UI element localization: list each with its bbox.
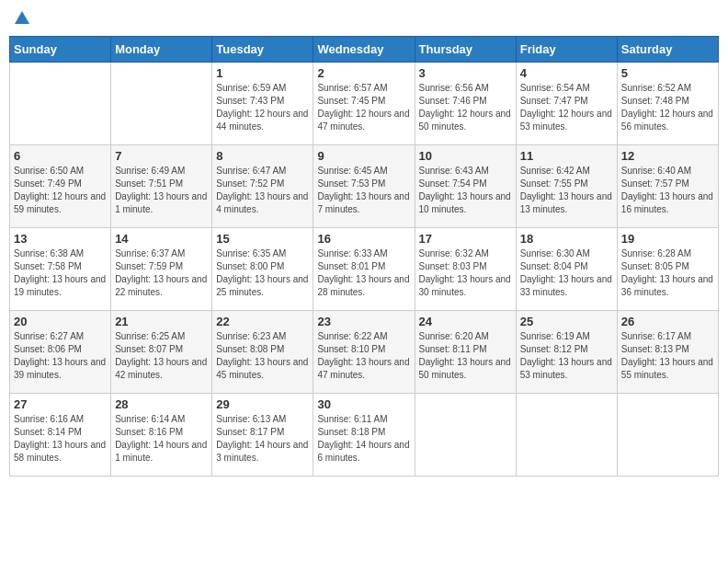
- day-info: Sunrise: 6:16 AM Sunset: 8:14 PM Dayligh…: [14, 413, 107, 465]
- week-row-2: 6Sunrise: 6:50 AM Sunset: 7:49 PM Daylig…: [10, 145, 719, 228]
- day-number: 16: [317, 232, 410, 246]
- weekday-header-wednesday: Wednesday: [313, 37, 415, 63]
- calendar-cell: 28Sunrise: 6:14 AM Sunset: 8:16 PM Dayli…: [111, 394, 212, 477]
- calendar-table: SundayMondayTuesdayWednesdayThursdayFrid…: [9, 36, 719, 477]
- day-number: 9: [317, 149, 410, 163]
- day-info: Sunrise: 6:45 AM Sunset: 7:53 PM Dayligh…: [317, 165, 410, 216]
- day-number: 17: [419, 232, 512, 246]
- day-number: 20: [14, 315, 107, 328]
- day-info: Sunrise: 6:52 AM Sunset: 7:48 PM Dayligh…: [621, 82, 714, 133]
- day-info: Sunrise: 6:56 AM Sunset: 7:46 PM Dayligh…: [419, 82, 512, 133]
- day-info: Sunrise: 6:22 AM Sunset: 8:10 PM Dayligh…: [317, 330, 410, 382]
- week-row-4: 20Sunrise: 6:27 AM Sunset: 8:06 PM Dayli…: [10, 311, 719, 394]
- weekday-header-monday: Monday: [111, 37, 212, 63]
- day-info: Sunrise: 6:37 AM Sunset: 7:59 PM Dayligh…: [115, 247, 208, 299]
- day-info: Sunrise: 6:54 AM Sunset: 7:47 PM Dayligh…: [520, 82, 613, 133]
- calendar-cell: 25Sunrise: 6:19 AM Sunset: 8:12 PM Dayli…: [516, 311, 617, 394]
- day-info: Sunrise: 6:32 AM Sunset: 8:03 PM Dayligh…: [419, 247, 512, 299]
- calendar-cell: [516, 394, 617, 477]
- calendar-cell: 18Sunrise: 6:30 AM Sunset: 8:04 PM Dayli…: [516, 228, 617, 311]
- weekday-header-friday: Friday: [516, 37, 617, 63]
- calendar-cell: 20Sunrise: 6:27 AM Sunset: 8:06 PM Dayli…: [10, 311, 111, 394]
- day-info: Sunrise: 6:13 AM Sunset: 8:17 PM Dayligh…: [216, 413, 309, 465]
- logo: [13, 9, 31, 32]
- weekday-header-saturday: Saturday: [617, 37, 718, 63]
- day-info: Sunrise: 6:33 AM Sunset: 8:01 PM Dayligh…: [317, 247, 410, 299]
- day-info: Sunrise: 6:20 AM Sunset: 8:11 PM Dayligh…: [419, 330, 512, 382]
- day-number: 4: [520, 66, 613, 80]
- calendar-cell: 24Sunrise: 6:20 AM Sunset: 8:11 PM Dayli…: [415, 311, 516, 394]
- calendar-cell: 6Sunrise: 6:50 AM Sunset: 7:49 PM Daylig…: [10, 145, 111, 228]
- calendar-cell: [617, 394, 718, 477]
- week-row-1: 1Sunrise: 6:59 AM Sunset: 7:43 PM Daylig…: [10, 63, 719, 145]
- day-number: 21: [115, 315, 208, 328]
- calendar-cell: 5Sunrise: 6:52 AM Sunset: 7:48 PM Daylig…: [617, 63, 718, 145]
- svg-marker-0: [15, 11, 29, 24]
- calendar-cell: 14Sunrise: 6:37 AM Sunset: 7:59 PM Dayli…: [111, 228, 212, 311]
- day-info: Sunrise: 6:25 AM Sunset: 8:07 PM Dayligh…: [115, 330, 208, 382]
- calendar-cell: 26Sunrise: 6:17 AM Sunset: 8:13 PM Dayli…: [617, 311, 718, 394]
- day-number: 27: [14, 397, 107, 411]
- calendar-cell: [111, 63, 212, 145]
- day-info: Sunrise: 6:40 AM Sunset: 7:57 PM Dayligh…: [621, 165, 714, 216]
- weekday-header-tuesday: Tuesday: [212, 37, 313, 63]
- calendar-cell: 3Sunrise: 6:56 AM Sunset: 7:46 PM Daylig…: [415, 63, 516, 145]
- day-number: 15: [216, 232, 309, 246]
- calendar-cell: 19Sunrise: 6:28 AM Sunset: 8:05 PM Dayli…: [617, 228, 718, 311]
- day-info: Sunrise: 6:14 AM Sunset: 8:16 PM Dayligh…: [115, 413, 208, 465]
- day-info: Sunrise: 6:17 AM Sunset: 8:13 PM Dayligh…: [621, 330, 714, 382]
- day-info: Sunrise: 6:23 AM Sunset: 8:08 PM Dayligh…: [216, 330, 309, 382]
- calendar-cell: 27Sunrise: 6:16 AM Sunset: 8:14 PM Dayli…: [10, 394, 111, 477]
- day-info: Sunrise: 6:28 AM Sunset: 8:05 PM Dayligh…: [621, 247, 714, 299]
- calendar-cell: 8Sunrise: 6:47 AM Sunset: 7:52 PM Daylig…: [212, 145, 313, 228]
- day-number: 14: [115, 232, 208, 246]
- logo-icon: [13, 9, 31, 28]
- weekday-header-sunday: Sunday: [10, 37, 111, 63]
- day-info: Sunrise: 6:43 AM Sunset: 7:54 PM Dayligh…: [419, 165, 512, 216]
- day-info: Sunrise: 6:47 AM Sunset: 7:52 PM Dayligh…: [216, 165, 309, 216]
- day-number: 28: [115, 397, 208, 411]
- calendar-cell: [10, 63, 111, 145]
- day-number: 11: [520, 149, 613, 163]
- day-number: 2: [317, 66, 410, 80]
- day-info: Sunrise: 6:50 AM Sunset: 7:49 PM Dayligh…: [14, 165, 107, 216]
- day-info: Sunrise: 6:38 AM Sunset: 7:58 PM Dayligh…: [14, 247, 107, 299]
- day-number: 22: [216, 315, 309, 328]
- calendar-cell: 22Sunrise: 6:23 AM Sunset: 8:08 PM Dayli…: [212, 311, 313, 394]
- calendar-cell: 11Sunrise: 6:42 AM Sunset: 7:55 PM Dayli…: [516, 145, 617, 228]
- day-number: 3: [419, 66, 512, 80]
- calendar-cell: [415, 394, 516, 477]
- day-info: Sunrise: 6:35 AM Sunset: 8:00 PM Dayligh…: [216, 247, 309, 299]
- calendar-cell: 9Sunrise: 6:45 AM Sunset: 7:53 PM Daylig…: [313, 145, 415, 228]
- day-info: Sunrise: 6:49 AM Sunset: 7:51 PM Dayligh…: [115, 165, 208, 216]
- day-number: 26: [621, 315, 714, 328]
- calendar-cell: 30Sunrise: 6:11 AM Sunset: 8:18 PM Dayli…: [313, 394, 415, 477]
- day-number: 6: [14, 149, 107, 163]
- weekday-header-row: SundayMondayTuesdayWednesdayThursdayFrid…: [10, 37, 719, 63]
- calendar-cell: 15Sunrise: 6:35 AM Sunset: 8:00 PM Dayli…: [212, 228, 313, 311]
- day-number: 18: [520, 232, 613, 246]
- day-number: 19: [621, 232, 714, 246]
- day-number: 13: [14, 232, 107, 246]
- day-info: Sunrise: 6:11 AM Sunset: 8:18 PM Dayligh…: [317, 413, 410, 465]
- day-number: 29: [216, 397, 309, 411]
- day-number: 10: [419, 149, 512, 163]
- calendar-cell: 13Sunrise: 6:38 AM Sunset: 7:58 PM Dayli…: [10, 228, 111, 311]
- day-number: 24: [419, 315, 512, 328]
- week-row-3: 13Sunrise: 6:38 AM Sunset: 7:58 PM Dayli…: [10, 228, 719, 311]
- day-number: 23: [317, 315, 410, 328]
- calendar-cell: 2Sunrise: 6:57 AM Sunset: 7:45 PM Daylig…: [313, 63, 415, 145]
- calendar-cell: 12Sunrise: 6:40 AM Sunset: 7:57 PM Dayli…: [617, 145, 718, 228]
- day-number: 5: [621, 66, 714, 80]
- day-info: Sunrise: 6:19 AM Sunset: 8:12 PM Dayligh…: [520, 330, 613, 382]
- day-number: 12: [621, 149, 714, 163]
- calendar-cell: 17Sunrise: 6:32 AM Sunset: 8:03 PM Dayli…: [415, 228, 516, 311]
- day-number: 7: [115, 149, 208, 163]
- page-header: [9, 9, 719, 32]
- day-number: 30: [317, 397, 410, 411]
- day-info: Sunrise: 6:57 AM Sunset: 7:45 PM Dayligh…: [317, 82, 410, 133]
- calendar-cell: 21Sunrise: 6:25 AM Sunset: 8:07 PM Dayli…: [111, 311, 212, 394]
- day-number: 8: [216, 149, 309, 163]
- logo-text: [13, 9, 31, 32]
- day-info: Sunrise: 6:30 AM Sunset: 8:04 PM Dayligh…: [520, 247, 613, 299]
